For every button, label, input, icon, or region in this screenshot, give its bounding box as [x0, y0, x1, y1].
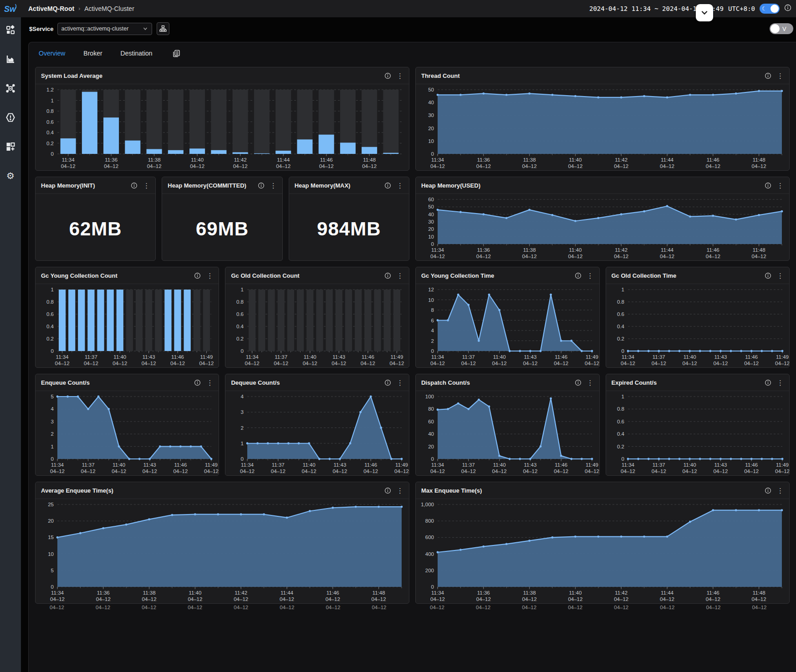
breadcrumb-root[interactable]: ActiveMQ-Root [28, 5, 74, 12]
data-point[interactable] [666, 97, 668, 99]
data-point[interactable] [647, 350, 649, 352]
chart-canvas[interactable]: 02004006008001,00011:3404–1211:3604–1211… [416, 499, 789, 603]
data-point[interactable] [735, 219, 737, 221]
data-point[interactable] [482, 545, 485, 548]
data-point[interactable] [246, 442, 249, 444]
dark-mode-toggle[interactable]: ☾ [760, 4, 780, 14]
sidebar-item-topology[interactable] [5, 83, 16, 94]
bar-value[interactable] [97, 290, 104, 351]
data-point[interactable] [627, 350, 629, 352]
panel-info-icon[interactable] [384, 272, 391, 279]
data-point[interactable] [505, 217, 508, 219]
bar-value[interactable] [68, 290, 75, 351]
data-point[interactable] [56, 536, 59, 539]
data-point[interactable] [591, 350, 593, 352]
panel-info-icon[interactable] [194, 272, 201, 279]
data-point[interactable] [699, 350, 701, 352]
bar-value[interactable] [383, 153, 398, 154]
bar-value[interactable] [340, 143, 356, 154]
data-point[interactable] [666, 205, 668, 207]
data-point[interactable] [263, 513, 265, 515]
sidebar-item-metrics-chart[interactable] [5, 54, 16, 65]
data-point[interactable] [637, 458, 639, 460]
bar-value[interactable] [168, 150, 184, 154]
data-point[interactable] [159, 445, 161, 448]
data-point[interactable] [107, 408, 110, 410]
data-point[interactable] [498, 309, 500, 311]
service-topology-button[interactable] [157, 22, 169, 35]
tab-destination[interactable]: Destination [121, 50, 153, 57]
chart-canvas[interactable]: 01234511:3404–1211:3704–1211:4004–1211:4… [36, 391, 219, 475]
data-point[interactable] [190, 445, 192, 448]
bar-value[interactable] [125, 141, 140, 154]
bar-value[interactable] [61, 138, 76, 154]
data-point[interactable] [643, 210, 645, 213]
data-point[interactable] [437, 319, 439, 321]
data-point[interactable] [437, 94, 439, 96]
data-point[interactable] [581, 350, 583, 352]
data-point[interactable] [591, 458, 593, 460]
data-point[interactable] [437, 408, 439, 411]
data-point[interactable] [758, 214, 760, 216]
bar-value[interactable] [233, 152, 248, 154]
data-point[interactable] [179, 445, 182, 448]
data-point[interactable] [709, 350, 711, 352]
data-point[interactable] [740, 458, 742, 460]
data-point[interactable] [771, 458, 773, 460]
data-point[interactable] [519, 350, 521, 352]
data-point[interactable] [437, 551, 439, 554]
bar-value[interactable] [103, 117, 119, 154]
tab-overview[interactable]: Overview [39, 50, 65, 57]
sidebar-item-new-dashboard[interactable] [5, 141, 16, 152]
data-point[interactable] [735, 92, 737, 95]
service-select[interactable]: activemq::activemq-cluster [57, 23, 152, 35]
panel-info-icon[interactable] [384, 379, 391, 386]
data-point[interactable] [309, 510, 311, 512]
data-point[interactable] [781, 90, 783, 92]
data-point[interactable] [758, 509, 760, 511]
data-point[interactable] [148, 458, 151, 460]
panel-info-icon[interactable] [765, 272, 771, 279]
data-point[interactable] [540, 445, 542, 448]
bar-value[interactable] [211, 150, 226, 154]
data-point[interactable] [719, 458, 722, 460]
data-point[interactable] [540, 350, 542, 352]
data-point[interactable] [551, 94, 554, 96]
data-point[interactable] [87, 408, 89, 410]
bar-value[interactable] [276, 151, 291, 154]
sidebar-item-settings[interactable]: ⚙ [5, 170, 16, 181]
panel-info-icon[interactable] [384, 487, 391, 494]
data-point[interactable] [329, 458, 331, 460]
data-point[interactable] [709, 458, 711, 460]
data-point[interactable] [570, 458, 572, 460]
bar-value[interactable] [147, 149, 162, 154]
panel-menu-icon[interactable]: ⋮ [777, 182, 784, 189]
data-point[interactable] [349, 442, 352, 444]
data-point[interactable] [401, 506, 403, 508]
data-point[interactable] [102, 527, 104, 529]
panel-info-icon[interactable] [575, 272, 582, 279]
data-point[interactable] [447, 319, 449, 321]
chart-canvas[interactable]: 00.20.40.60.8111:3404–1211:3704–1211:400… [606, 284, 790, 367]
bar-value[interactable] [117, 290, 123, 351]
panel-menu-icon[interactable]: ⋮ [397, 72, 403, 79]
data-point[interactable] [730, 458, 732, 460]
data-point[interactable] [457, 294, 459, 296]
panel-menu-icon[interactable]: ⋮ [270, 182, 277, 189]
data-point[interactable] [217, 513, 219, 515]
data-point[interactable] [298, 442, 300, 444]
data-point[interactable] [551, 536, 554, 539]
data-point[interactable] [355, 506, 357, 508]
data-point[interactable] [194, 513, 196, 515]
data-point[interactable] [730, 350, 732, 352]
data-point[interactable] [505, 94, 508, 96]
data-point[interactable] [77, 396, 79, 398]
chart-canvas[interactable]: 051015202511:3404–1211:3604–1211:3804–12… [36, 499, 409, 603]
bar-value[interactable] [184, 290, 191, 351]
bar-value[interactable] [297, 139, 312, 154]
data-point[interactable] [574, 535, 577, 538]
panel-info-icon[interactable] [765, 379, 771, 386]
panel-info-icon[interactable] [194, 379, 201, 386]
data-point[interactable] [597, 217, 599, 219]
data-point[interactable] [318, 458, 321, 460]
